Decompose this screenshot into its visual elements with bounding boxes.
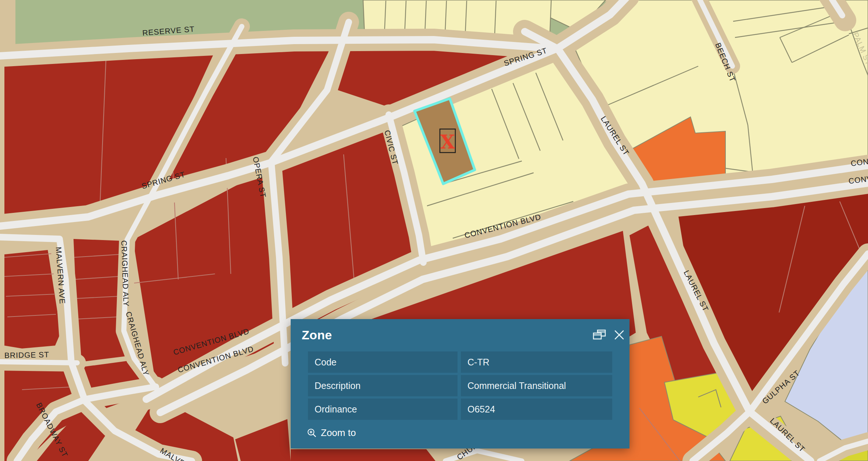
field-value: C-TR [461, 351, 612, 373]
popup-title: Zone [302, 328, 332, 342]
field-value: O6524 [461, 399, 612, 420]
app-window: X RESERVE ST SPRING ST SPRING ST OPERA S… [0, 0, 868, 461]
table-row: Ordinance O6524 [308, 399, 612, 420]
street-label: BRIDGE ST [4, 350, 50, 360]
close-icon[interactable] [614, 330, 624, 340]
table-row: Description Commercial Transitional [308, 375, 612, 396]
field-label: Description [308, 375, 458, 396]
dock-icon[interactable] [593, 329, 606, 340]
zoom-to-button[interactable]: Zoom to [307, 427, 356, 439]
zone-popup: Zone Code C-TR [291, 319, 630, 449]
attribute-table: Code C-TR Description Commercial Transit… [308, 351, 612, 422]
table-row: Code C-TR [308, 351, 612, 373]
zoom-to-label: Zoom to [321, 427, 356, 439]
field-value: Commercial Transitional [461, 375, 612, 396]
field-label: Code [308, 351, 458, 373]
x-marker: X [440, 131, 455, 153]
zoom-in-icon [307, 428, 317, 438]
field-label: Ordinance [308, 399, 458, 420]
